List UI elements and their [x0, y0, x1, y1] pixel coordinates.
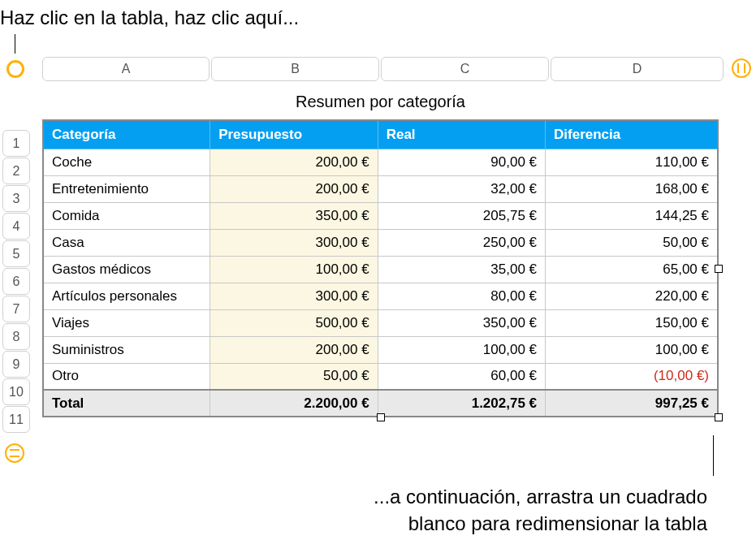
- cell-category[interactable]: Otro: [43, 363, 210, 390]
- cell-category[interactable]: Suministros: [43, 336, 210, 363]
- cell-budget[interactable]: 350,00 €: [210, 202, 378, 229]
- table-row: Entretenimiento 200,00 € 32,00 € 168,00 …: [43, 175, 718, 202]
- column-header[interactable]: A: [42, 57, 210, 81]
- cell-budget[interactable]: 300,00 €: [210, 229, 378, 256]
- column-header[interactable]: C: [381, 57, 549, 81]
- callout-bottom-leader-line: [713, 435, 714, 476]
- row-header[interactable]: 11: [2, 406, 30, 433]
- row-header[interactable]: 9: [2, 351, 30, 378]
- add-column-handle-icon[interactable]: [732, 58, 751, 78]
- header-budget[interactable]: Presupuesto: [210, 120, 378, 149]
- row-header[interactable]: 3: [2, 185, 30, 212]
- cell-actual[interactable]: 90,00 €: [378, 149, 545, 175]
- cell-budget[interactable]: 200,00 €: [210, 175, 378, 202]
- cell-actual[interactable]: 100,00 €: [378, 336, 545, 363]
- row-header[interactable]: 2: [2, 158, 30, 184]
- data-table[interactable]: Categoría Presupuesto Real Diferencia Co…: [42, 119, 719, 417]
- cell-diff[interactable]: 150,00 €: [546, 309, 718, 336]
- resize-handle-right-icon[interactable]: [715, 265, 723, 273]
- cell-budget[interactable]: 50,00 €: [210, 363, 378, 390]
- table-row: Otro 50,00 € 60,00 € (10,00 €): [43, 363, 718, 390]
- cell-category[interactable]: Comida: [43, 202, 210, 229]
- cell-diff[interactable]: 220,00 €: [546, 283, 718, 309]
- cell-category[interactable]: Coche: [43, 149, 210, 175]
- table-row: Comida 350,00 € 205,75 € 144,25 €: [43, 202, 718, 229]
- cell-category[interactable]: Casa: [43, 229, 210, 256]
- cell-diff[interactable]: 100,00 €: [546, 336, 718, 363]
- table-row: Viajes 500,00 € 350,00 € 150,00 €: [43, 309, 718, 336]
- cell-budget[interactable]: 100,00 €: [210, 256, 378, 283]
- cell-actual[interactable]: 350,00 €: [378, 309, 545, 336]
- callout-bottom-line2: blanco para redimensionar la tabla: [374, 511, 707, 537]
- header-diff[interactable]: Diferencia: [546, 120, 718, 149]
- cell-category[interactable]: Viajes: [43, 309, 210, 336]
- column-header-bar: A B C D: [42, 57, 725, 81]
- cell-total-budget[interactable]: 2.200,00 €: [210, 390, 378, 417]
- header-category[interactable]: Categoría: [43, 120, 210, 149]
- cell-diff[interactable]: (10,00 €): [546, 363, 718, 390]
- row-header-bar: 1 2 3 4 5 6 7 8 9 10 11: [2, 130, 30, 433]
- table-select-handle-icon[interactable]: [6, 60, 24, 78]
- table-title[interactable]: Resumen por categoría: [42, 86, 719, 119]
- table-header-row: Categoría Presupuesto Real Diferencia: [43, 120, 718, 149]
- table-row: Coche 200,00 € 90,00 € 110,00 €: [43, 149, 718, 175]
- row-header[interactable]: 5: [2, 240, 30, 267]
- callout-bottom-line1: ...a continuación, arrastra un cuadrado: [374, 484, 707, 510]
- table-row: Gastos médicos 100,00 € 35,00 € 65,00 €: [43, 256, 718, 283]
- row-header[interactable]: 8: [2, 323, 30, 350]
- cell-category[interactable]: Entretenimiento: [43, 175, 210, 202]
- cell-actual[interactable]: 250,00 €: [378, 229, 545, 256]
- cell-budget[interactable]: 300,00 €: [210, 283, 378, 309]
- cell-actual[interactable]: 80,00 €: [378, 283, 545, 309]
- column-header[interactable]: D: [551, 57, 724, 81]
- table-row: Suministros 200,00 € 100,00 € 100,00 €: [43, 336, 718, 363]
- cell-total-diff[interactable]: 997,25 €: [546, 390, 718, 417]
- cell-category[interactable]: Artículos personales: [43, 283, 210, 309]
- table-row: Artículos personales 300,00 € 80,00 € 22…: [43, 283, 718, 309]
- callout-top-text: Haz clic en la tabla, haz clic aquí...: [0, 6, 299, 29]
- resize-handle-bottom-right-icon[interactable]: [715, 413, 723, 421]
- cell-diff[interactable]: 50,00 €: [546, 229, 718, 256]
- row-header[interactable]: 1: [2, 130, 30, 157]
- cell-budget[interactable]: 200,00 €: [210, 336, 378, 363]
- row-header[interactable]: 6: [2, 268, 30, 295]
- cell-actual[interactable]: 35,00 €: [378, 256, 545, 283]
- add-row-handle-icon[interactable]: [5, 443, 24, 463]
- cell-category[interactable]: Gastos médicos: [43, 256, 210, 283]
- header-actual[interactable]: Real: [378, 120, 545, 149]
- cell-diff[interactable]: 144,25 €: [546, 202, 718, 229]
- cell-actual[interactable]: 32,00 €: [378, 175, 545, 202]
- cell-actual[interactable]: 205,75 €: [378, 202, 545, 229]
- callout-bottom-text: ...a continuación, arrastra un cuadrado …: [374, 484, 707, 537]
- row-header[interactable]: 7: [2, 296, 30, 322]
- cell-budget[interactable]: 500,00 €: [210, 309, 378, 336]
- cell-budget[interactable]: 200,00 €: [210, 149, 378, 175]
- cell-total-label[interactable]: Total: [43, 390, 210, 417]
- cell-diff[interactable]: 110,00 €: [546, 149, 718, 175]
- cell-actual[interactable]: 60,00 €: [378, 363, 545, 390]
- table-row: Casa 300,00 € 250,00 € 50,00 €: [43, 229, 718, 256]
- cell-diff[interactable]: 168,00 €: [546, 175, 718, 202]
- table-container: Resumen por categoría Categoría Presupue…: [42, 86, 719, 417]
- column-header[interactable]: B: [211, 57, 379, 81]
- row-header[interactable]: 10: [2, 378, 30, 405]
- callout-top-leader-line: [15, 34, 15, 54]
- cell-total-actual[interactable]: 1.202,75 €: [378, 390, 545, 417]
- cell-diff[interactable]: 65,00 €: [546, 256, 718, 283]
- table-body: Coche 200,00 € 90,00 € 110,00 € Entreten…: [43, 149, 718, 417]
- resize-handle-bottom-icon[interactable]: [377, 413, 385, 421]
- row-header[interactable]: 4: [2, 213, 30, 240]
